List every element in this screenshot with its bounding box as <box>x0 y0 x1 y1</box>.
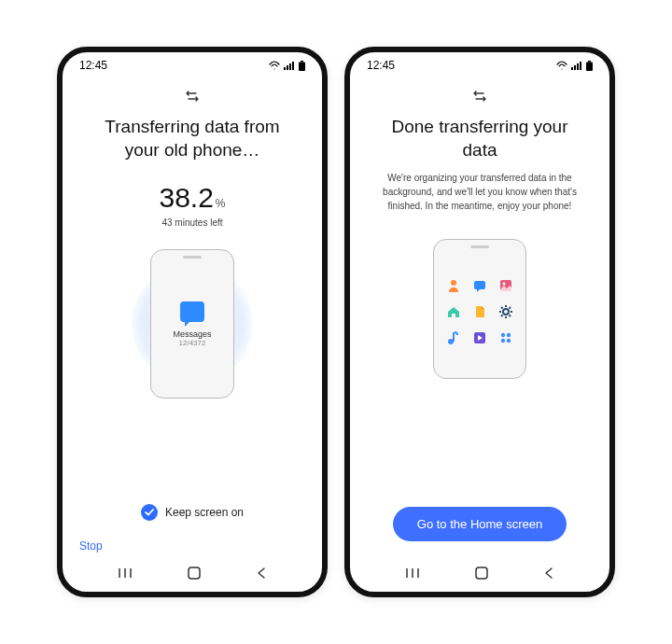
stop-button[interactable]: Stop <box>79 539 103 553</box>
svg-point-16 <box>451 280 456 286</box>
status-icons <box>556 61 593 71</box>
time-remaining: 43 minutes left <box>161 217 222 228</box>
svg-point-33 <box>507 333 511 337</box>
svg-line-25 <box>501 307 503 309</box>
home-icon <box>445 303 462 320</box>
svg-rect-0 <box>284 67 286 70</box>
wifi-icon <box>269 61 280 70</box>
content-area: Done transferring your data We're organi… <box>350 78 609 558</box>
status-icons <box>269 61 305 71</box>
svg-point-35 <box>507 339 511 343</box>
nav-recents-icon[interactable] <box>405 567 420 583</box>
gallery-icon <box>497 277 514 294</box>
battery-icon <box>299 61 305 71</box>
svg-rect-30 <box>453 332 455 342</box>
phone-right: 12:45 Done transferring your data We're … <box>344 47 615 597</box>
page-title: Done transferring your data <box>369 116 591 161</box>
phone-illustration <box>433 239 526 379</box>
signal-icon <box>571 61 582 70</box>
wifi-icon <box>556 61 567 70</box>
apps-icon <box>497 329 514 346</box>
svg-rect-9 <box>189 567 200 579</box>
settings-icon <box>497 303 514 320</box>
nav-bar <box>350 558 609 592</box>
svg-line-27 <box>510 307 511 309</box>
progress-percent: 38.2% <box>159 182 225 214</box>
transfer-icon <box>185 90 200 106</box>
signal-icon <box>284 61 295 70</box>
svg-rect-13 <box>580 62 581 70</box>
content-area: Transferring data from your old phone… 3… <box>63 78 322 532</box>
svg-rect-5 <box>299 62 305 71</box>
music-icon <box>445 329 462 346</box>
go-home-button[interactable]: Go to the Home screen <box>393 507 567 541</box>
svg-rect-14 <box>588 61 591 63</box>
svg-rect-15 <box>586 62 593 71</box>
svg-point-19 <box>503 283 506 286</box>
file-icon <box>471 303 488 320</box>
keep-screen-on-toggle[interactable]: Keep screen on <box>141 504 244 521</box>
svg-line-26 <box>510 315 511 317</box>
svg-point-20 <box>503 309 509 315</box>
percent-value: 38.2 <box>159 182 213 213</box>
status-bar: 12:45 <box>350 52 609 78</box>
svg-rect-10 <box>571 67 573 70</box>
svg-line-28 <box>501 315 503 317</box>
nav-back-icon[interactable] <box>543 567 554 583</box>
video-icon <box>471 329 488 346</box>
svg-rect-2 <box>289 63 291 70</box>
svg-rect-17 <box>474 281 485 289</box>
check-icon <box>141 504 158 521</box>
transfer-item-count: 12/4372 <box>179 339 206 347</box>
nav-back-icon[interactable] <box>256 567 267 583</box>
page-subtitle: We're organizing your transferred data i… <box>369 171 591 213</box>
message-icon <box>180 301 204 322</box>
percent-symbol: % <box>216 197 226 210</box>
nav-recents-icon[interactable] <box>118 567 133 583</box>
phone-left: 12:45 Transferring data from your old ph… <box>57 47 328 597</box>
icon-grid <box>445 277 514 346</box>
svg-rect-3 <box>292 62 294 70</box>
nav-home-icon[interactable] <box>187 566 202 584</box>
svg-rect-12 <box>577 63 579 70</box>
keep-screen-label: Keep screen on <box>165 506 244 519</box>
contact-icon <box>445 277 462 294</box>
transfer-icon <box>472 90 487 106</box>
svg-rect-1 <box>287 65 288 70</box>
svg-rect-39 <box>476 567 487 579</box>
status-time: 12:45 <box>79 59 107 72</box>
nav-home-icon[interactable] <box>474 566 489 584</box>
svg-rect-4 <box>301 61 303 63</box>
page-title: Transferring data from your old phone… <box>81 116 303 161</box>
message-icon <box>471 277 488 294</box>
transfer-item-label: Messages <box>173 329 211 339</box>
svg-rect-11 <box>574 65 576 70</box>
phone-illustration-wrap: Messages 12/4372 <box>122 245 262 403</box>
status-bar: 12:45 <box>63 52 322 78</box>
phone-illustration: Messages 12/4372 <box>150 249 234 399</box>
bottom-row: Stop <box>63 532 322 558</box>
status-time: 12:45 <box>367 59 395 72</box>
svg-point-32 <box>501 333 505 337</box>
battery-icon <box>586 61 593 71</box>
svg-point-34 <box>501 339 505 343</box>
nav-bar <box>63 558 322 592</box>
